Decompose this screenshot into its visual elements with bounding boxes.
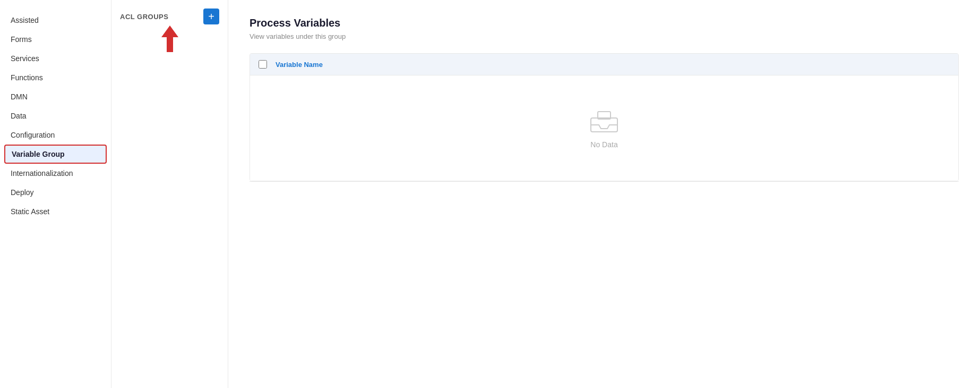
- sidebar-item-services[interactable]: Services: [0, 49, 111, 68]
- sidebar-item-functions[interactable]: Functions: [0, 68, 111, 87]
- sidebar-item-deploy[interactable]: Deploy: [0, 183, 111, 202]
- sidebar: AssistedFormsServicesFunctionsDMNDataCon…: [0, 0, 111, 388]
- page-title: Process Variables: [250, 17, 959, 29]
- select-all-checkbox[interactable]: [259, 60, 267, 69]
- content-divider: [250, 181, 959, 182]
- acl-header: ACL GROUPS +: [120, 9, 219, 24]
- sidebar-item-assisted[interactable]: Assisted: [0, 11, 111, 30]
- table-header-row: Variable Name: [250, 54, 958, 75]
- main-content: Process Variables View variables under t…: [228, 0, 980, 388]
- sidebar-item-data[interactable]: Data: [0, 106, 111, 125]
- middle-panel: ACL GROUPS +: [111, 0, 228, 388]
- sidebar-item-internationalization[interactable]: Internationalization: [0, 164, 111, 183]
- sidebar-item-static-asset[interactable]: Static Asset: [0, 202, 111, 221]
- add-acl-group-button[interactable]: +: [203, 9, 219, 24]
- acl-groups-title: ACL GROUPS: [120, 13, 168, 21]
- sidebar-item-configuration[interactable]: Configuration: [0, 125, 111, 145]
- arrow-shaft: [167, 37, 173, 52]
- page-subtitle: View variables under this group: [250, 32, 959, 40]
- variables-table: Variable Name No Data: [250, 53, 959, 181]
- empty-state: No Data: [250, 75, 958, 181]
- arrow-indicator: [161, 26, 178, 52]
- col-variable-name: Variable Name: [276, 61, 323, 69]
- sidebar-item-forms[interactable]: Forms: [0, 30, 111, 49]
- sidebar-item-variable-group[interactable]: Variable Group: [4, 145, 107, 164]
- no-data-text: No Data: [590, 140, 617, 149]
- sidebar-item-dmn[interactable]: DMN: [0, 87, 111, 106]
- no-data-icon: [588, 107, 620, 134]
- arrow-up-icon: [161, 26, 178, 37]
